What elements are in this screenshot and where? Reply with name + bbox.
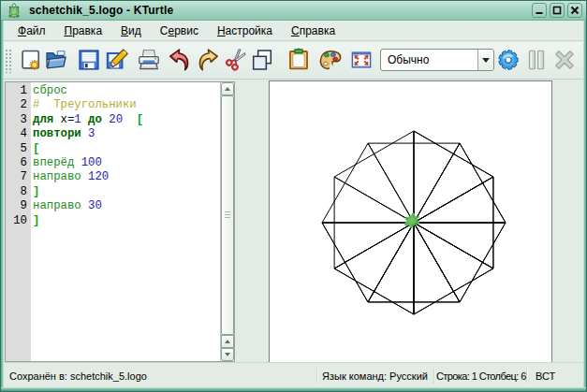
run-gear-icon — [496, 48, 521, 72]
editor-lines[interactable]: 1сброс2# Треугольники3для x=1 до 20 [4по… — [6, 82, 220, 361]
line-number: 6 — [6, 156, 29, 170]
code-text: # Треугольники — [29, 98, 137, 111]
scrollbar-thumb[interactable] — [221, 95, 234, 335]
editor-line-8[interactable]: 8] — [6, 185, 220, 199]
maximize-icon — [552, 6, 562, 15]
stop-button[interactable] — [551, 47, 578, 73]
undo-icon — [168, 48, 192, 72]
code-text: сброс — [29, 84, 67, 97]
editor-line-10[interactable]: 10] — [6, 214, 220, 228]
maximize-button[interactable] — [550, 3, 565, 18]
editor-line-4[interactable]: 4повтори 3 — [6, 127, 220, 141]
code-editor[interactable]: 1сброс2# Треугольники3для x=1 до 20 [4по… — [5, 81, 235, 362]
window-title: schetchik_5.logo - KTurtle — [29, 4, 529, 17]
title-bar[interactable]: schetchik_5.logo - KTurtle — [1, 1, 586, 21]
pause-icon — [524, 48, 549, 72]
code-token: до — [88, 113, 102, 126]
menu-item-4[interactable]: Настройка — [208, 22, 282, 40]
line-number: 9 — [6, 199, 29, 213]
print-button[interactable] — [136, 47, 162, 73]
code-token: направо — [33, 170, 81, 183]
fullscreen-button[interactable] — [348, 47, 374, 73]
code-token: 100 — [81, 156, 102, 169]
speed-combobox[interactable]: Обычно — [380, 49, 494, 71]
code-text: направо 120 — [29, 170, 109, 183]
status-separator — [316, 368, 317, 384]
line-number: 2 — [6, 98, 29, 112]
kturtle-window: schetchik_5.logo - KTurtle ФайлПравкаВид… — [0, 0, 587, 392]
status-bar: Сохранён в: schetchik_5.logo Язык команд… — [2, 362, 585, 388]
copy-icon — [250, 48, 274, 72]
code-token: для — [33, 113, 53, 126]
line-number: 8 — [6, 185, 29, 199]
combobox-dropdown-button[interactable] — [477, 50, 493, 70]
cut-button[interactable] — [223, 47, 249, 73]
menu-item-3[interactable]: Сервис — [151, 22, 208, 40]
editor-line-6[interactable]: 6вперёд 100 — [6, 156, 220, 170]
undo-button[interactable] — [167, 47, 193, 73]
open-button[interactable] — [43, 47, 69, 73]
speed-combobox-value: Обычно — [381, 53, 477, 66]
palette-icon — [318, 48, 343, 72]
redo-icon — [196, 48, 220, 72]
code-token: [ — [33, 142, 39, 155]
editor-line-7[interactable]: 7направо 120 — [6, 170, 220, 184]
menu-item-0[interactable]: Файл — [8, 22, 55, 40]
minimize-button[interactable] — [532, 3, 547, 18]
code-text: направо 30 — [29, 199, 102, 212]
copy-button[interactable] — [249, 47, 275, 73]
toolbar-handle[interactable] — [5, 49, 12, 73]
save-button[interactable] — [76, 47, 102, 73]
code-token — [74, 156, 81, 169]
status-language: Язык команд: Русский — [322, 370, 428, 382]
code-token: ] — [33, 185, 39, 198]
redo-button[interactable] — [195, 47, 221, 73]
save-icon — [77, 48, 101, 72]
folder-open-icon — [44, 48, 68, 72]
new-button[interactable] — [18, 47, 44, 73]
editor-line-9[interactable]: 9направо 30 — [6, 199, 220, 213]
fullscreen-icon — [350, 49, 373, 71]
close-icon — [570, 6, 580, 15]
chevron-down-icon — [482, 58, 490, 63]
document-new-icon — [19, 48, 43, 72]
code-token — [123, 113, 137, 126]
code-token: 3 — [88, 127, 95, 140]
code-token: вперёд — [33, 156, 74, 169]
code-token: сброс — [33, 84, 67, 97]
line-number: 5 — [6, 142, 29, 156]
line-number: 7 — [6, 170, 29, 184]
scrollbar-grip — [225, 211, 230, 219]
main-toolbar: Обычно — [2, 42, 585, 80]
scroll-up-button[interactable] — [221, 82, 234, 95]
editor-scrollbar[interactable] — [220, 82, 234, 361]
editor-line-3[interactable]: 3для x=1 до 20 [ — [6, 113, 220, 127]
paste-button[interactable] — [286, 47, 312, 73]
code-token: направо — [33, 199, 81, 212]
code-token — [53, 113, 60, 126]
code-text: ] — [29, 214, 39, 227]
editor-line-5[interactable]: 5[ — [6, 142, 220, 156]
save-as-button[interactable] — [104, 47, 130, 73]
line-number: 1 — [6, 84, 29, 98]
menu-item-2[interactable]: Вид — [111, 22, 151, 40]
run-button[interactable] — [495, 47, 521, 73]
editor-line-1[interactable]: 1сброс — [6, 84, 220, 98]
turtle-canvas[interactable] — [269, 80, 552, 364]
save-as-icon — [105, 48, 129, 72]
editor-line-2[interactable]: 2# Треугольники — [6, 98, 220, 112]
code-token: # Треугольники — [33, 98, 137, 111]
arrow-up-icon — [225, 87, 230, 91]
menu-item-5[interactable]: Справка — [282, 22, 345, 40]
scroll-down-button[interactable] — [221, 348, 234, 361]
colors-button[interactable] — [317, 47, 344, 73]
print-icon — [137, 48, 161, 72]
status-saved-text: Сохранён в: schetchik_5.logo — [9, 370, 147, 382]
close-button[interactable] — [567, 3, 582, 18]
pause-button[interactable] — [523, 47, 550, 73]
arrow-up-icon — [225, 340, 230, 343]
scroll-up-button-bottom[interactable] — [221, 335, 234, 348]
code-token: ] — [33, 214, 39, 227]
status-cursor-position: Строка: 1 Столбец: 6 — [436, 370, 526, 382]
menu-item-1[interactable]: Правка — [55, 22, 112, 40]
